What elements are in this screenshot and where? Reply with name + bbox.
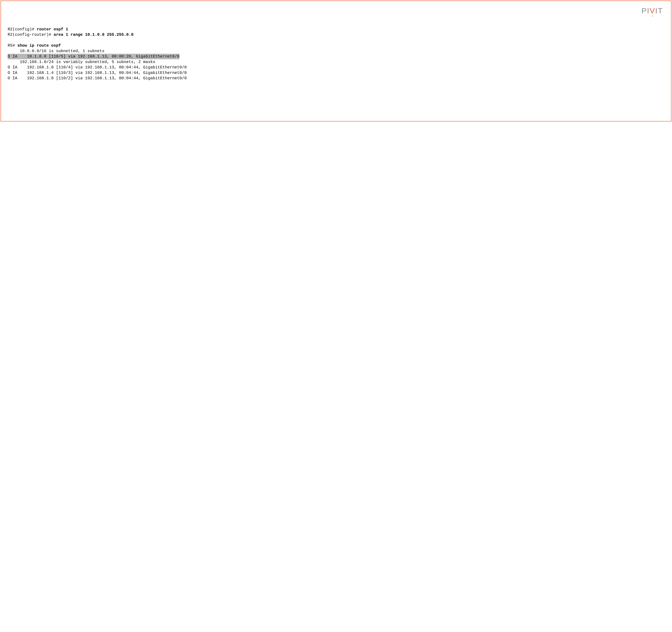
route-summary-192: 192.168.1.0/24 is variably subnetted, 5 … [8,60,155,64]
document-frame: PIVIT R2(config)# router ospf 1 R2(confi… [1,1,671,121]
route-entry-3: O IA 192.168.1.8 [110/2] via 192.168.1.1… [8,76,187,80]
route-entry-1: O IA 192.168.1.0 [110/4] via 192.168.1.1… [8,65,187,70]
logo-text-it: IT [655,6,663,15]
logo-text-pi: PI [642,6,650,15]
prompt-r2-config: R2(config)# [8,27,37,31]
cmd-area-range: area 1 range 10.1.0.0 255.255.0.0 [54,32,134,37]
cmd-show-ip-route: show ip route ospf [17,43,61,48]
prompt-r2-config-router: R2(config-router)# [8,32,54,37]
cmd-router-ospf: router ospf 1 [37,27,68,31]
route-entry-2: O IA 192.168.1.4 [110/3] via 192.168.1.1… [8,71,187,75]
pivit-logo: PIVIT [642,6,663,15]
logo-text-v: V [650,6,655,15]
prompt-r5: R5# [8,43,17,48]
terminal-output: R2(config)# router ospf 1 R2(config-rout… [8,21,664,81]
route-entry-highlighted: O IA 10.1.0.0 [110/5] via 192.168.1.13, … [8,54,179,59]
route-summary-10: 10.0.0.0/16 is subnetted, 1 subnets [8,49,104,53]
